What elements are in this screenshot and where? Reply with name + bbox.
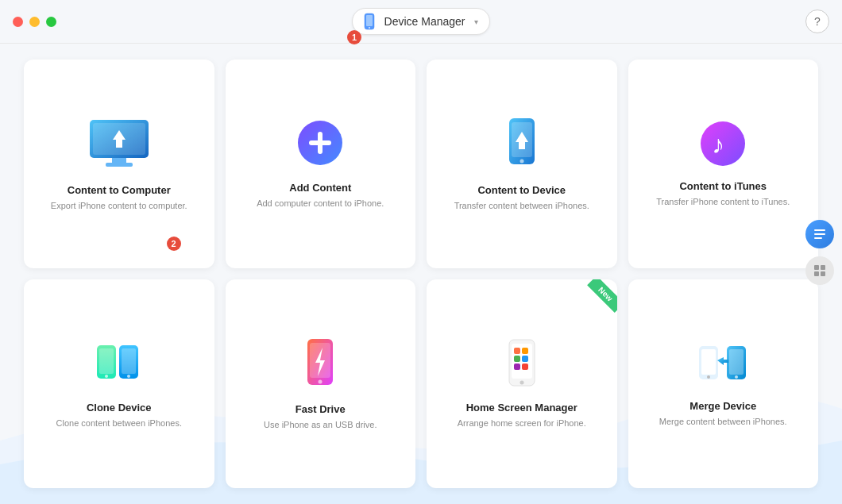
app-icon: [361, 13, 378, 30]
card-title: Content to Device: [477, 184, 566, 196]
merge-device-icon: [695, 340, 751, 391]
manager-icon: [813, 227, 827, 241]
content-to-device-icon: [498, 116, 546, 175]
minimize-button[interactable]: [29, 17, 40, 27]
card-title: Content to iTunes: [679, 180, 767, 192]
new-badge-text: New: [587, 279, 616, 313]
card-desc: Add computer content to iPhone.: [257, 198, 384, 210]
svg-rect-45: [814, 237, 822, 239]
card-clone-device[interactable]: Clone Device Clone content between iPhon…: [24, 279, 214, 488]
card-title: Add Content: [289, 182, 351, 194]
svg-text:♪: ♪: [712, 130, 724, 159]
window-controls: [13, 17, 56, 27]
card-title: Fast Drive: [295, 403, 346, 415]
card-desc: Arrange home screen for iPhone.: [458, 417, 586, 429]
svg-rect-31: [522, 348, 528, 354]
svg-marker-42: [717, 357, 728, 365]
svg-rect-35: [522, 364, 528, 370]
add-content-icon: [295, 117, 346, 172]
card-desc: Transfer content between iPhones.: [454, 200, 589, 212]
svg-rect-21: [122, 348, 136, 374]
svg-point-19: [105, 375, 108, 378]
clone-device-icon: [93, 337, 145, 392]
card-desc: Export iPhone content to computer.: [51, 200, 187, 212]
svg-rect-40: [729, 349, 744, 375]
svg-rect-33: [522, 356, 528, 362]
svg-rect-5: [112, 158, 126, 164]
svg-rect-47: [821, 265, 825, 270]
card-desc: Transfer iPhone content to iTunes.: [656, 196, 790, 208]
svg-rect-10: [309, 140, 331, 145]
card-content-to-device[interactable]: Content to Device Transfer content betwe…: [427, 60, 617, 268]
card-home-screen-manager[interactable]: New Home Sc: [427, 279, 617, 488]
svg-rect-49: [821, 271, 825, 276]
svg-rect-6: [106, 163, 133, 167]
titlebar: Device Manager ▾ 1 ?: [0, 0, 842, 44]
svg-point-41: [735, 375, 738, 379]
card-fast-drive[interactable]: Fast Drive Use iPhone as an USB drive.: [226, 279, 416, 488]
card-desc: Use iPhone as an USB drive.: [264, 419, 377, 431]
card-title: Clone Device: [87, 402, 152, 414]
svg-rect-34: [514, 364, 520, 370]
svg-rect-37: [701, 349, 716, 375]
content-to-itunes-icon: ♪: [699, 120, 747, 171]
svg-rect-30: [514, 348, 520, 354]
grid-icon: [813, 264, 826, 277]
app-title-text: Device Manager: [384, 15, 465, 28]
card-add-content[interactable]: Add Content Add computer content to iPho…: [226, 60, 416, 268]
card-desc: Clone content between iPhones.: [56, 417, 182, 429]
app-title-dropdown[interactable]: Device Manager ▾: [352, 8, 491, 35]
card-title: Content to Computer: [68, 184, 171, 196]
svg-rect-46: [814, 265, 819, 270]
card-title: Merge Device: [689, 400, 756, 412]
main-grid: Content to Computer Export iPhone conten…: [0, 44, 842, 504]
card-desc: Merge content between iPhones.: [659, 416, 787, 428]
svg-rect-1: [366, 15, 373, 26]
svg-point-22: [127, 375, 130, 378]
home-screen-icon: [498, 337, 546, 392]
svg-point-25: [319, 379, 323, 383]
card-content-to-itunes[interactable]: ♪ Content to iTunes Transfer iPhone cont…: [628, 60, 819, 268]
card-merge-device[interactable]: Merge Device Merge content between iPhon…: [628, 279, 819, 488]
card-title: Home Screen Manager: [466, 402, 577, 414]
dropdown-arrow-icon: ▾: [474, 17, 478, 26]
fast-drive-icon: [296, 337, 344, 394]
new-badge: New: [577, 279, 617, 319]
svg-rect-43: [814, 229, 825, 231]
close-button[interactable]: [13, 17, 23, 27]
grid-side-button[interactable]: [805, 256, 834, 285]
svg-point-13: [519, 159, 523, 163]
badge-2: 2: [167, 237, 181, 251]
svg-rect-48: [814, 271, 819, 276]
manager-side-button[interactable]: [805, 220, 834, 248]
svg-rect-18: [99, 348, 114, 374]
help-button[interactable]: ?: [805, 10, 829, 33]
svg-rect-44: [814, 233, 825, 235]
badge-1: 1: [347, 30, 361, 44]
svg-point-38: [707, 375, 710, 379]
content-to-computer-icon: [83, 116, 155, 175]
svg-point-29: [519, 381, 523, 385]
maximize-button[interactable]: [46, 17, 56, 27]
side-buttons: [805, 220, 834, 285]
svg-rect-32: [514, 356, 520, 362]
svg-point-2: [369, 27, 370, 29]
card-content-to-computer[interactable]: Content to Computer Export iPhone conten…: [24, 60, 214, 268]
